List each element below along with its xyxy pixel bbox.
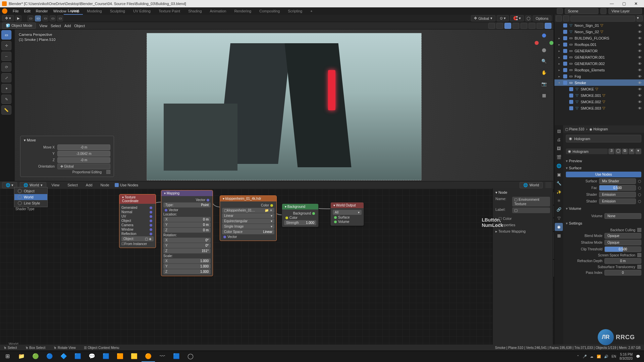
- eye-icon[interactable]: 👁: [637, 81, 642, 85]
- orbit-gizmo[interactable]: [535, 34, 553, 52]
- object-menu[interactable]: Object: [74, 24, 85, 28]
- pin-icon[interactable]: [545, 182, 551, 188]
- volume-dropdown[interactable]: None: [604, 213, 641, 219]
- select-intersect[interactable]: ▭: [57, 15, 63, 21]
- outliner-display-icon[interactable]: [563, 15, 569, 21]
- outliner-visibility-checkbox[interactable]: [569, 100, 573, 104]
- ctx-object[interactable]: Object: [14, 188, 47, 194]
- window-minimize-button[interactable]: —: [606, 0, 618, 7]
- mat-unlink-icon[interactable]: ✕: [629, 148, 635, 154]
- outliner-visibility-checkbox[interactable]: [563, 43, 567, 47]
- outliner-row[interactable]: ▽SMOKE▽👁: [554, 86, 644, 92]
- start-button[interactable]: ⊞: [1, 351, 14, 362]
- outliner-visibility-checkbox[interactable]: [569, 106, 573, 110]
- taskbar-blender-icon[interactable]: 🟠: [142, 351, 155, 362]
- ptab-material[interactable]: ◉: [555, 223, 563, 231]
- rendered-shading-icon[interactable]: [537, 23, 543, 29]
- outliner-row[interactable]: ▽SMOKE.003▽👁: [554, 105, 644, 111]
- shader2-dropdown[interactable]: Emission: [599, 198, 636, 204]
- tool-measure[interactable]: 📏: [1, 105, 11, 115]
- ptab-viewlayer[interactable]: 🖼: [555, 144, 563, 153]
- select-invert[interactable]: ▭: [50, 15, 56, 21]
- zoom-gizmo[interactable]: 🔍: [539, 56, 549, 66]
- world-selector[interactable]: 🌐 World: [520, 182, 543, 188]
- select-subtract[interactable]: ▭: [42, 15, 48, 21]
- snap-dropdown[interactable]: 🧲 ▾: [510, 15, 524, 21]
- tray-lang-icon[interactable]: EN: [611, 355, 616, 358]
- move-orientation-dropdown[interactable]: ✥ Global: [57, 164, 110, 169]
- move-panel-title[interactable]: ▾ Move: [24, 138, 110, 142]
- ptab-physics[interactable]: ⚛: [555, 197, 563, 205]
- scene-selector[interactable]: Scene: [565, 8, 598, 14]
- node-world-output[interactable]: ▾ World Output All▾ Surface Volume: [330, 202, 364, 226]
- ptab-constraints[interactable]: 🔗: [555, 205, 563, 214]
- taskbar-chrome-icon[interactable]: 🟢: [29, 351, 42, 362]
- mat-new-icon[interactable]: ◯: [615, 148, 621, 154]
- tab-animation[interactable]: Animation: [206, 8, 230, 14]
- pan-gizmo[interactable]: ✋: [539, 68, 549, 77]
- outliner-visibility-checkbox[interactable]: [569, 87, 573, 91]
- tab-scripting[interactable]: Scripting: [284, 8, 306, 14]
- outliner-row[interactable]: ▸▭Rooftops.001👁: [554, 41, 644, 48]
- tab-texturepaint[interactable]: Texture Paint: [155, 8, 184, 14]
- outliner-visibility-checkbox[interactable]: [563, 81, 567, 85]
- menu-edit[interactable]: Edit: [21, 8, 33, 14]
- pass-index-input[interactable]: 0: [604, 270, 641, 276]
- settings-section[interactable]: Settings: [566, 220, 641, 227]
- select-new[interactable]: ▭: [28, 15, 34, 21]
- outliner-row[interactable]: ▽SMOKE.002▽👁: [554, 99, 644, 105]
- outliner-visibility-checkbox[interactable]: [563, 30, 567, 34]
- eye-icon[interactable]: 👁: [637, 30, 642, 34]
- blend-mode-dropdown[interactable]: Opaque: [604, 233, 641, 239]
- menu-file[interactable]: File: [10, 8, 21, 14]
- tray-volume-icon[interactable]: 🔊: [604, 355, 608, 358]
- taskbar-app4-icon[interactable]: 🟨: [127, 351, 141, 362]
- shadow-mode-dropdown[interactable]: Opaque: [604, 240, 641, 245]
- outliner-row[interactable]: ▸▭Fog👁: [554, 73, 644, 79]
- eye-icon[interactable]: 👁: [637, 23, 642, 27]
- mat-copy-icon[interactable]: ⧉: [622, 148, 628, 154]
- preview-section[interactable]: Preview: [566, 158, 641, 165]
- outliner-row[interactable]: ▸▭Rooftops_Elemets👁: [554, 67, 644, 73]
- shading-options-icon[interactable]: [545, 23, 551, 29]
- node-environment-texture[interactable]: ▾ kloppenheim_01_4k.hdr Color ▢ kloppenh…: [220, 195, 277, 241]
- orthographic-gizmo[interactable]: ▦: [539, 90, 549, 100]
- backface-culling-checkbox[interactable]: [637, 228, 641, 232]
- tool-select-box[interactable]: ▭: [1, 30, 11, 40]
- taskbar-app-icon[interactable]: 🔷: [57, 351, 70, 362]
- taskbar-photoshop-icon[interactable]: 🟦: [71, 351, 85, 362]
- eye-icon[interactable]: 👁: [637, 87, 642, 91]
- ned-add-menu[interactable]: Add: [83, 182, 95, 188]
- tool-rotate[interactable]: ⟳: [1, 62, 11, 72]
- mat-menu-icon[interactable]: ▾: [635, 148, 641, 154]
- ptab-render[interactable]: ▤: [555, 127, 563, 135]
- tool-move[interactable]: ↔: [1, 52, 11, 61]
- visibility-toggle-icon[interactable]: [488, 23, 495, 29]
- ptab-data[interactable]: ▽: [555, 214, 563, 222]
- overlay-toggle-icon[interactable]: [504, 23, 511, 29]
- tray-chevron-icon[interactable]: ⌃: [577, 355, 579, 358]
- menu-render[interactable]: Render: [33, 8, 51, 14]
- outliner-visibility-checkbox[interactable]: [563, 74, 567, 78]
- node-mapping[interactable]: ▾ Mapping Vector Type:Point Vector Locat…: [161, 190, 213, 276]
- taskbar-app2-icon[interactable]: 🟦: [99, 351, 113, 362]
- eye-icon[interactable]: 👁: [637, 74, 642, 78]
- ptab-particles[interactable]: ✨: [555, 188, 563, 196]
- eye-icon[interactable]: 👁: [637, 55, 642, 59]
- mode-selector[interactable]: 🧊 Object Mode: [2, 22, 36, 29]
- play-icon[interactable]: ▶: [15, 15, 21, 21]
- eye-icon[interactable]: 👁: [637, 68, 642, 72]
- eye-icon[interactable]: 👁: [637, 100, 642, 104]
- taskbar-app5-icon[interactable]: 〰: [156, 351, 169, 362]
- node-name-input[interactable]: ▢ Environment Texture: [512, 197, 550, 206]
- proportional-edit[interactable]: ◯: [525, 15, 531, 21]
- add-menu[interactable]: Add: [64, 24, 71, 28]
- outliner-type-icon[interactable]: [556, 15, 562, 21]
- node-canvas[interactable]: ▾ Texture Coordinate Generated Normal UV…: [0, 189, 553, 349]
- outliner-visibility-checkbox[interactable]: [563, 49, 567, 53]
- tab-compositing[interactable]: Compositing: [255, 8, 284, 14]
- outliner-visibility-checkbox[interactable]: [563, 55, 567, 59]
- ned-select-menu[interactable]: Select: [65, 182, 80, 188]
- shader1-dropdown[interactable]: Emission: [599, 192, 636, 197]
- tray-notifications-icon[interactable]: 💬: [636, 355, 640, 358]
